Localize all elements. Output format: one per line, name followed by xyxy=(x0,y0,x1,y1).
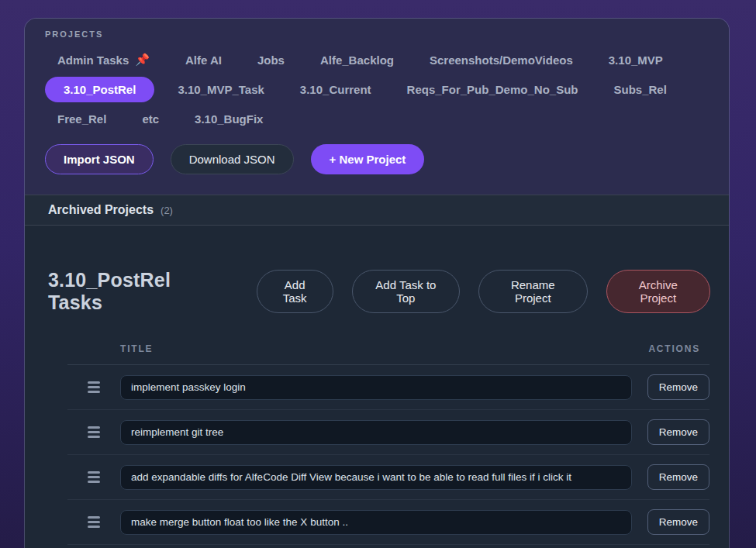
task-table-header: TITLE ACTIONS xyxy=(67,343,709,365)
project-tab-etc[interactable]: etc xyxy=(129,106,171,132)
project-tab-screenshots-demovideos[interactable]: Screenshots/DemoVideos xyxy=(417,47,585,73)
task-table: TITLE ACTIONS Remove Remove Remove xyxy=(67,343,709,545)
project-actions: Import JSON Download JSON + New Project xyxy=(45,144,709,195)
project-tab-subs-rel[interactable]: Subs_Rel xyxy=(601,77,678,102)
drag-handle-icon[interactable] xyxy=(67,516,120,528)
column-header-actions: ACTIONS xyxy=(632,343,709,354)
add-task-to-top-button[interactable]: Add Task to Top xyxy=(352,270,460,313)
archive-project-button[interactable]: Archive Project xyxy=(606,270,711,313)
task-title-input[interactable] xyxy=(120,375,632,400)
drag-handle-icon[interactable] xyxy=(67,381,120,393)
archived-projects-count: (2) xyxy=(161,205,173,216)
page-title: 3.10_PostRel Tasks xyxy=(48,269,219,314)
archived-projects-label: Archived Projects xyxy=(48,203,154,217)
column-header-title: TITLE xyxy=(67,343,632,354)
project-tab-free-rel[interactable]: Free_Rel xyxy=(45,106,119,132)
projects-section: PROJECTS Admin Tasks📌 Alfe AI Jobs Alfe_… xyxy=(25,19,729,195)
project-tab-3-10-mvp-task[interactable]: 3.10_MVP_Task xyxy=(165,77,276,102)
project-tab-alfe-ai[interactable]: Alfe AI xyxy=(173,47,234,73)
add-task-button[interactable]: Add Task xyxy=(257,270,333,313)
project-tab-3-10-mvp[interactable]: 3.10_MVP xyxy=(596,47,675,73)
remove-task-button[interactable]: Remove xyxy=(647,374,709,400)
table-row: Remove xyxy=(67,410,709,455)
task-title-input[interactable] xyxy=(120,510,632,535)
project-tab-reqs-for-pub-demo-no-sub[interactable]: Reqs_For_Pub_Demo_No_Sub xyxy=(395,77,591,102)
pushpin-icon: 📌 xyxy=(135,53,150,67)
table-row: Remove xyxy=(67,455,709,500)
project-tab-3-10-current[interactable]: 3.10_Current xyxy=(288,77,384,102)
drag-handle-icon[interactable] xyxy=(67,471,120,483)
app-panel: PROJECTS Admin Tasks📌 Alfe AI Jobs Alfe_… xyxy=(24,18,730,548)
import-json-button[interactable]: Import JSON xyxy=(45,144,154,174)
remove-task-button[interactable]: Remove xyxy=(647,509,709,535)
table-row: Remove xyxy=(67,500,709,545)
remove-task-button[interactable]: Remove xyxy=(647,419,709,445)
project-tab-list: Admin Tasks📌 Alfe AI Jobs Alfe_Backlog S… xyxy=(45,47,709,132)
drag-handle-icon[interactable] xyxy=(67,426,120,438)
projects-section-label: PROJECTS xyxy=(45,29,709,39)
project-tab-alfe-backlog[interactable]: Alfe_Backlog xyxy=(308,47,406,73)
project-tab-3-10-postrel-selected[interactable]: 3.10_PostRel xyxy=(45,77,154,102)
tasks-header: 3.10_PostRel Tasks Add Task Add Task to … xyxy=(48,269,710,314)
tasks-section: 3.10_PostRel Tasks Add Task Add Task to … xyxy=(25,226,729,548)
task-header-buttons: Add Task Add Task to Top Rename Project … xyxy=(257,270,710,313)
task-title-input[interactable] xyxy=(120,420,632,445)
archived-projects-bar[interactable]: Archived Projects (2) xyxy=(25,195,729,226)
rename-project-button[interactable]: Rename Project xyxy=(478,270,588,313)
task-title-input[interactable] xyxy=(120,465,632,490)
download-json-button[interactable]: Download JSON xyxy=(171,144,294,174)
project-tab-3-10-bugfix[interactable]: 3.10_BugFix xyxy=(182,106,275,132)
new-project-button[interactable]: + New Project xyxy=(311,144,425,174)
project-tab-admin-tasks[interactable]: Admin Tasks📌 xyxy=(45,47,162,73)
project-tab-jobs[interactable]: Jobs xyxy=(245,47,297,73)
table-row: Remove xyxy=(67,365,709,410)
remove-task-button[interactable]: Remove xyxy=(647,464,709,490)
